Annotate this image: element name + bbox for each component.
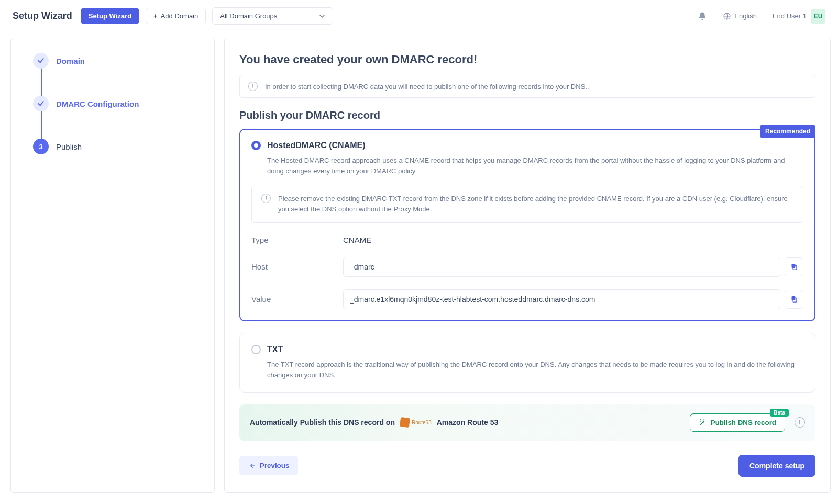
auto-publish-prefix: Automatically Publish this DNS record on [250, 418, 395, 427]
step-dmarc-configuration[interactable]: DMARC Configuration [33, 96, 204, 139]
main-panel: You have created your own DMARC record! … [224, 38, 831, 493]
field-type-label: Type [251, 236, 343, 244]
globe-icon [723, 12, 731, 20]
info-icon: ! [261, 194, 271, 203]
add-domain-button[interactable]: + Add Domain [146, 8, 206, 24]
complete-setup-button[interactable]: Complete setup [738, 455, 815, 477]
plus-icon: + [153, 13, 158, 19]
section-subtitle: Publish your DMARC record [239, 109, 815, 121]
check-icon [33, 96, 49, 111]
top-info-alert: ! In order to start collecting DMARC dat… [239, 75, 815, 98]
hosted-description: The Hosted DMARC record approach uses a … [267, 155, 796, 176]
step-number: 3 [33, 139, 49, 154]
recommended-badge: Recommended [760, 125, 815, 138]
user-name-label: End User 1 [773, 12, 807, 20]
copy-value-button[interactable] [785, 290, 803, 309]
page-title: You have created your own DMARC record! [239, 53, 815, 66]
wand-icon [699, 419, 707, 427]
step-domain[interactable]: Domain [33, 53, 204, 96]
copy-icon [790, 263, 798, 271]
topbar: Setup Wizard Setup Wizard + Add Domain A… [0, 0, 838, 32]
step-label: DMARC Configuration [56, 99, 139, 108]
auto-publish-provider: Amazon Route 53 [437, 418, 498, 427]
arrow-left-icon [248, 462, 256, 469]
previous-button-label: Previous [260, 462, 289, 469]
field-value: Value [251, 289, 803, 309]
svg-rect-4 [791, 296, 795, 300]
field-value-label: Value [251, 295, 343, 304]
user-menu[interactable]: End User 1 EU [773, 9, 825, 24]
wizard-sidebar: Domain DMARC Configuration 3 Publish [10, 38, 215, 493]
field-type: Type CNAME [251, 236, 803, 244]
svg-rect-2 [791, 264, 795, 268]
host-input[interactable] [343, 257, 780, 277]
txt-description: The TXT record approach is the tradition… [267, 360, 796, 380]
previous-button[interactable]: Previous [239, 456, 298, 475]
info-icon: ! [248, 82, 258, 91]
txt-radio-label: TXT [267, 345, 283, 354]
step-label: Domain [56, 57, 85, 65]
route53-logo-icon: Route53 [400, 418, 432, 427]
info-icon[interactable]: i [795, 417, 805, 428]
language-switcher[interactable]: English [723, 12, 757, 20]
txt-radio-row[interactable]: TXT [251, 345, 803, 354]
radio-off-icon[interactable] [251, 345, 261, 354]
setup-wizard-button-label: Setup Wizard [89, 13, 131, 19]
auto-publish-panel: Automatically Publish this DNS record on… [239, 404, 815, 441]
hosted-warning: ! Please remove the existing DMARC TXT r… [251, 186, 803, 222]
bell-icon[interactable] [698, 12, 707, 21]
check-icon [33, 53, 49, 69]
radio-on-icon[interactable] [251, 141, 261, 150]
wizard-steps: Domain DMARC Configuration 3 Publish [21, 53, 204, 154]
complete-setup-button-label: Complete setup [749, 462, 804, 470]
avatar: EU [811, 9, 825, 24]
option-txt[interactable]: TXT The TXT record approach is the tradi… [239, 333, 815, 393]
domain-group-select[interactable]: All Domain Groups [212, 7, 333, 25]
field-type-value: CNAME [343, 236, 371, 244]
field-host: Host [251, 257, 803, 277]
hosted-radio-label: HostedDMARC (CNAME) [267, 141, 366, 150]
hosted-warning-text: Please remove the existing DMARC TXT rec… [278, 194, 793, 215]
step-label: Publish [56, 142, 82, 151]
layout: Domain DMARC Configuration 3 Publish You… [0, 32, 838, 504]
beta-badge: Beta [770, 409, 789, 417]
chevron-down-icon [319, 13, 325, 19]
domain-group-selected-label: All Domain Groups [220, 12, 277, 20]
option-hosted-dmarc[interactable]: Recommended HostedDMARC (CNAME) The Host… [239, 129, 815, 321]
top-info-alert-text: In order to start collecting DMARC data … [265, 83, 589, 91]
step-publish[interactable]: 3 Publish [33, 139, 204, 154]
hosted-radio-row[interactable]: HostedDMARC (CNAME) [251, 141, 803, 150]
language-label: English [734, 12, 757, 20]
copy-host-button[interactable] [785, 257, 803, 276]
add-domain-button-label: Add Domain [161, 13, 199, 19]
value-input[interactable] [343, 289, 780, 309]
publish-dns-button[interactable]: Publish DNS record Beta [690, 413, 785, 432]
field-host-label: Host [251, 262, 343, 271]
brand-title: Setup Wizard [13, 10, 72, 21]
setup-wizard-button[interactable]: Setup Wizard [81, 8, 139, 24]
publish-dns-button-label: Publish DNS record [711, 419, 776, 427]
copy-icon [790, 295, 798, 303]
wizard-footer: Previous Complete setup [239, 455, 815, 477]
